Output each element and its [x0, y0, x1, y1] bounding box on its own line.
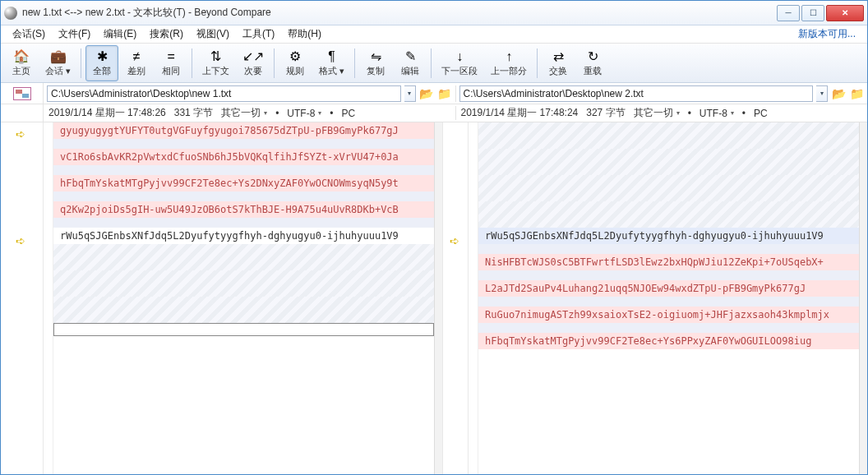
copy-button[interactable]: ⇋复制 [359, 45, 392, 81]
same-button[interactable]: =相同 [155, 45, 187, 81]
format-icon: ¶ [325, 49, 339, 64]
right-path-dropdown[interactable]: ▾ [816, 85, 828, 102]
left-path-dropdown[interactable]: ▾ [404, 85, 416, 102]
code-line[interactable] [53, 297, 434, 323]
minimize-button[interactable]: ─ [777, 5, 800, 21]
left-scrollbar[interactable] [434, 122, 442, 474]
left-status: 2019/1/14 星期一 17:48:26 331 字节 其它一切▾ • UT… [44, 106, 455, 120]
menu-item[interactable]: 编辑(E) [97, 25, 143, 43]
left-path-input[interactable] [47, 85, 401, 102]
menu-item[interactable]: 工具(T) [236, 25, 281, 43]
sessions-button[interactable]: 💼会话 ▾ [39, 45, 76, 81]
diff-arrow-icon[interactable]: ➪ [16, 234, 29, 247]
code-line[interactable]: L2aJTd2SauPv4Luhang21uqq5NJOEw94wxdZTpU-… [478, 280, 859, 297]
all-button[interactable]: ✱全部 [85, 45, 118, 81]
code-line[interactable] [53, 191, 434, 201]
toolbar-separator [81, 48, 81, 78]
home-button[interactable]: 🏠主页 [5, 45, 38, 81]
toolbar-label: 下一区段 [441, 65, 478, 77]
maximize-button[interactable]: ☐ [801, 5, 824, 21]
titlebar: new 1.txt <--> new 2.txt - 文本比较(T) - Bey… [1, 1, 867, 25]
code-line[interactable] [53, 270, 434, 297]
update-link[interactable]: 新版本可用... [792, 25, 862, 43]
app-window: new 1.txt <--> new 2.txt - 文本比较(T) - Bey… [0, 0, 868, 475]
code-line[interactable]: hFbqTmYskatMTgPyjvv99CF2Te8ec+Ys2DNxyZAF… [53, 175, 434, 191]
left-encoding[interactable]: UTF-8 [287, 108, 315, 119]
menu-item[interactable]: 搜索(R) [143, 25, 190, 43]
browse-icon[interactable]: 📁 [437, 86, 452, 101]
menu-item[interactable]: 视图(V) [190, 25, 236, 43]
minor-button[interactable]: ↙↗次要 [237, 45, 270, 81]
chevron-down-icon[interactable]: ▾ [264, 109, 267, 117]
code-line[interactable] [53, 323, 434, 336]
code-line[interactable] [478, 201, 859, 228]
right-filter[interactable]: 其它一切 [634, 106, 673, 120]
code-line[interactable] [478, 149, 859, 175]
diff-arrow-icon[interactable]: ➪ [16, 127, 29, 141]
left-lines[interactable]: gyugyugygtYUFYT0utgVGFuyfgyugoi785675dZT… [53, 122, 434, 474]
open-folder-icon[interactable]: 📂 [831, 86, 846, 101]
code-line[interactable] [478, 122, 859, 149]
code-line[interactable] [478, 297, 859, 307]
edit-icon: ✎ [403, 49, 418, 64]
open-folder-icon[interactable]: 📂 [419, 86, 434, 101]
code-line[interactable]: rWu5qSJGEnbsXNfJdq5L2Dyufytyygfhyh-dghyu… [478, 228, 859, 244]
menu-item[interactable]: 会话(S) [6, 25, 52, 43]
app-icon [4, 7, 17, 20]
chevron-down-icon[interactable]: ▾ [731, 109, 734, 117]
code-line[interactable] [53, 244, 434, 270]
left-platform[interactable]: PC [342, 108, 356, 119]
prev-section-button[interactable]: ↑上一部分 [485, 45, 533, 81]
code-line[interactable]: RuGuo7nimugASTzh99xsaioxTsE2-oigiuomj+JH… [478, 307, 859, 323]
thumbnail-box[interactable] [1, 83, 44, 104]
chevron-down-icon[interactable]: ▾ [318, 109, 321, 117]
code-line[interactable]: hFbqTmYskatMTgPyjvv99CF2Te8ec+Ys6PPxyZAF… [478, 333, 859, 349]
close-button[interactable]: ✕ [826, 5, 864, 21]
toolbar-label: 次要 [244, 65, 262, 77]
code-line[interactable]: rWu5qSJGEnbsXNfJdq5L2Dyufytyygfhyh-dghyu… [53, 228, 434, 244]
context-icon: ⇅ [209, 49, 224, 64]
format-button[interactable]: ¶格式 ▾ [313, 45, 350, 81]
reload-button[interactable]: ↻重载 [576, 45, 609, 81]
code-line[interactable] [53, 139, 434, 149]
code-line[interactable] [478, 323, 859, 333]
minor-icon: ↙↗ [246, 49, 261, 64]
edit-button[interactable]: ✎编辑 [394, 45, 427, 81]
diff-arrow-icon[interactable]: ➪ [450, 234, 463, 247]
thumbnail-icon [13, 87, 31, 100]
reload-icon: ↻ [585, 49, 600, 64]
toolbar-label: 上一部分 [491, 65, 527, 77]
left-size: 331 字节 [174, 106, 213, 120]
right-scrollbar[interactable] [859, 122, 867, 474]
code-line[interactable] [478, 244, 859, 254]
toolbar-label: 复制 [367, 65, 385, 77]
right-lines[interactable]: rWu5qSJGEnbsXNfJdq5L2Dyufytyygfhyh-dghyu… [478, 122, 859, 474]
next-section-button[interactable]: ↓下一区段 [436, 45, 483, 81]
context-button[interactable]: ⇅上下文 [196, 45, 235, 81]
menubar: 会话(S)文件(F)编辑(E)搜索(R)视图(V)工具(T)帮助(H)新版本可用… [1, 25, 867, 44]
code-line[interactable]: vC1Ro6sbAvKR2pVwtxdCfuoSNb6hJ5bVQKqlfihJ… [53, 149, 434, 165]
code-line[interactable]: NisHFBTcWJS0sC5BTFwrtfLSD3lEwz2bxHQpWJiu… [478, 254, 859, 270]
code-line[interactable]: gyugyugygtYUFYT0utgVGFuyfgyugoi785675dZT… [53, 122, 434, 139]
code-line[interactable] [53, 165, 434, 175]
right-path-input[interactable] [459, 85, 814, 102]
chevron-down-icon[interactable]: ▾ [676, 109, 680, 117]
code-line[interactable] [53, 218, 434, 228]
toolbar-separator [537, 48, 538, 78]
menu-item[interactable]: 帮助(H) [281, 25, 328, 43]
right-encoding[interactable]: UTF-8 [699, 108, 727, 119]
left-filter[interactable]: 其它一切 [221, 106, 261, 120]
diff-button[interactable]: ≠差别 [120, 45, 153, 81]
menu-item[interactable]: 文件(F) [52, 25, 97, 43]
browse-icon[interactable]: 📁 [849, 86, 864, 101]
toolbar-label: 格式 ▾ [319, 65, 344, 77]
right-platform[interactable]: PC [754, 108, 768, 119]
rules-button[interactable]: ⚙规则 [279, 45, 312, 81]
code-line[interactable]: q2Kw2pjoiDs5gIH-uw5U49JzOB6otS7kThBJE-H9… [53, 201, 434, 218]
swap-button[interactable]: ⇄交换 [542, 45, 575, 81]
left-pane: gyugyugygtYUFYT0utgVGFuyfgyugoi785675dZT… [44, 122, 442, 474]
code-line[interactable] [478, 270, 859, 280]
code-line[interactable] [478, 175, 859, 201]
right-path-cell: ▾ 📂 📁 [455, 85, 868, 102]
toolbar-label: 交换 [549, 65, 567, 77]
